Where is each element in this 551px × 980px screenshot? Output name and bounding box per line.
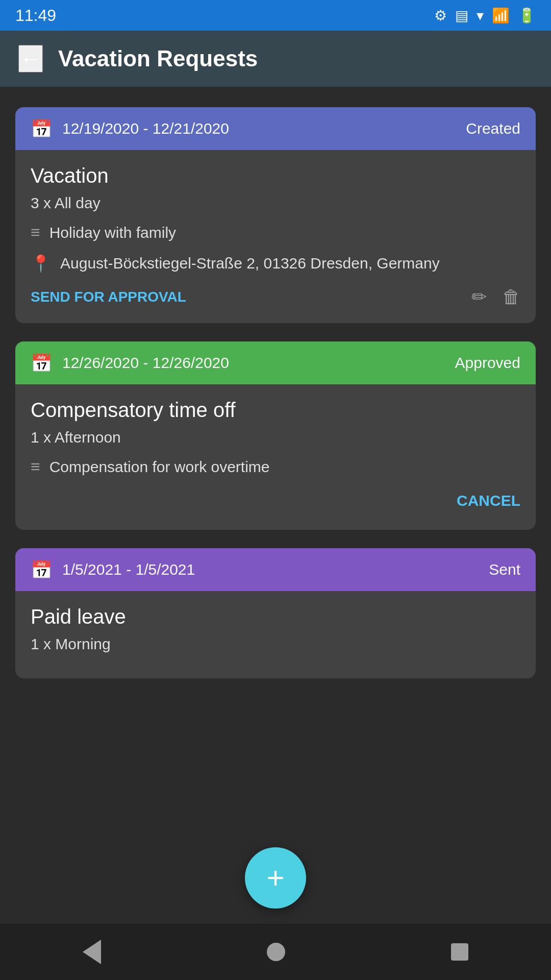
card-2-body: Compensatory time off 1 x Afternoon ≡ Co… [15,384,536,530]
page-title: Vacation Requests [58,46,258,71]
card-1-status: Created [466,120,520,137]
cards-list: 📅 12/19/2020 - 12/21/2020 Created Vacati… [0,87,551,760]
battery-icon: 🔋 [518,7,536,24]
calendar-icon-1: 📅 [31,118,52,139]
card-3-duration: 1 x Morning [31,635,520,653]
wifi-icon: ▾ [477,7,484,24]
card-2-type: Compensatory time off [31,399,520,422]
bottom-navigation [0,924,551,980]
card-2-header: 📅 12/26/2020 - 12/26/2020 Approved [15,341,536,384]
status-icons: ⚙ ▤ ▾ 📶 🔋 [434,7,536,24]
back-button[interactable]: ← [18,45,43,72]
card-2-actions: CANCEL [31,487,520,514]
card-1-description-row: ≡ Holiday with family [31,222,520,243]
location-icon-1: 📍 [31,254,51,273]
card-1-type: Vacation [31,164,520,187]
card-1-body: Vacation 3 x All day ≡ Holiday with fami… [15,150,536,323]
description-icon-2: ≡ [31,457,40,476]
home-nav-icon [267,943,285,961]
card-1-dates: 12/19/2020 - 12/21/2020 [62,120,456,137]
card-3-dates: 1/5/2021 - 1/5/2021 [62,561,479,578]
add-icon: + [266,863,284,893]
card-2-description: Compensation for work overtime [49,456,270,478]
sim-icon: ▤ [455,7,468,24]
card-1-description: Holiday with family [49,222,176,243]
status-time: 11:49 [15,6,56,25]
card-1-location: August-Böckstiegel-Straße 2, 01326 Dresd… [60,253,440,274]
card-1-header: 📅 12/19/2020 - 12/21/2020 Created [15,107,536,150]
back-nav-icon [83,940,101,964]
send-for-approval-button[interactable]: SEND FOR APPROVAL [31,289,186,305]
vacation-request-card-1: 📅 12/19/2020 - 12/21/2020 Created Vacati… [15,107,536,323]
card-1-location-row: 📍 August-Böckstiegel-Straße 2, 01326 Dre… [31,253,520,274]
app-bar: ← Vacation Requests [0,31,551,87]
signal-icon: 📶 [492,7,510,24]
card-1-action-icons: ✏ 🗑 [471,286,520,308]
card-1-duration: 3 x All day [31,194,520,212]
card-2-description-row: ≡ Compensation for work overtime [31,456,520,478]
card-3-body: Paid leave 1 x Morning [15,591,536,678]
nav-recents-button[interactable] [451,943,468,961]
vacation-request-card-2: 📅 12/26/2020 - 12/26/2020 Approved Compe… [15,341,536,530]
recents-nav-icon [451,943,468,961]
card-3-type: Paid leave [31,605,520,628]
description-icon-1: ≡ [31,223,40,242]
status-bar: 11:49 ⚙ ▤ ▾ 📶 🔋 [0,0,551,31]
edit-button-1[interactable]: ✏ [471,286,487,308]
settings-icon: ⚙ [434,7,447,24]
card-2-status: Approved [455,354,520,372]
calendar-icon-2: 📅 [31,353,52,373]
card-3-header: 📅 1/5/2021 - 1/5/2021 Sent [15,548,536,591]
card-2-dates: 12/26/2020 - 12/26/2020 [62,354,445,372]
card-3-status: Sent [489,561,520,578]
nav-back-button[interactable] [83,940,101,964]
card-1-actions: SEND FOR APPROVAL ✏ 🗑 [31,286,520,308]
cancel-button[interactable]: CANCEL [457,487,520,514]
calendar-icon-3: 📅 [31,559,52,580]
delete-button-1[interactable]: 🗑 [502,286,520,308]
card-2-duration: 1 x Afternoon [31,429,520,446]
add-request-fab[interactable]: + [245,847,306,909]
vacation-request-card-3: 📅 1/5/2021 - 1/5/2021 Sent Paid leave 1 … [15,548,536,678]
nav-home-button[interactable] [267,943,285,961]
